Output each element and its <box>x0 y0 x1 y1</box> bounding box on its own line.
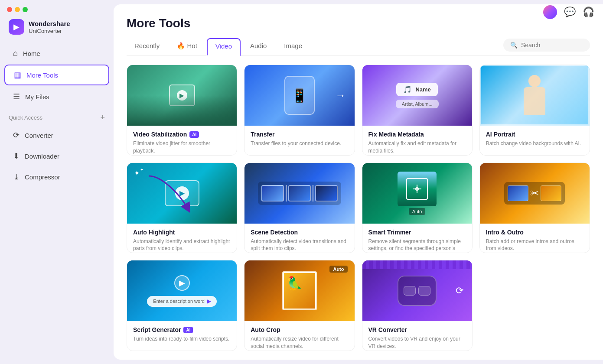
tool-card-script-generator[interactable]: ▶ Enter a description word ▶ Script Gene… <box>127 260 237 351</box>
tool-card-scene-detection[interactable]: Scene Detection Automatically detect vid… <box>244 162 355 254</box>
tool-card-transfer[interactable]: 📱 → Transfer Transfer files to your conn… <box>244 65 355 156</box>
tool-desc-transfer: Transfer files to your connected device. <box>251 140 348 147</box>
tool-desc-autohighlight: Automatically identify and extract highl… <box>133 238 231 253</box>
tool-title-trimmer: Smart Trimmer <box>368 229 466 236</box>
tool-desc-metadata: Automatically fix and edit metadata for … <box>368 140 466 155</box>
tab-hot[interactable]: 🔥 Hot <box>169 39 205 56</box>
sidebar-compressor-label: Compressor <box>25 173 60 181</box>
tab-recently[interactable]: Recently <box>127 39 167 55</box>
ai-badge-script: AI <box>183 327 193 333</box>
tool-body-metadata: Fix Media Metadata Automatically fix and… <box>362 126 472 156</box>
compressor-icon: ⤓ <box>13 172 20 182</box>
tool-image-crop: 🦜 Auto <box>244 260 354 321</box>
tool-title-transfer: Transfer <box>251 131 348 138</box>
downloader-icon: ⬇ <box>13 151 20 161</box>
tool-desc-scene: Automatically detect video transitions a… <box>251 238 348 253</box>
tool-title-scene: Scene Detection <box>251 229 348 236</box>
headset-icon[interactable]: 🎧 <box>583 6 594 18</box>
more-tools-icon: ▦ <box>14 70 21 80</box>
tool-body-scene: Scene Detection Automatically detect vid… <box>244 224 354 254</box>
tool-grid: ▶ Video Stabilization AI Eliminate video… <box>114 56 603 360</box>
tool-body-crop: Auto Crop Automatically resize video for… <box>244 321 354 351</box>
tool-title-portrait: AI Portrait <box>486 131 583 138</box>
my-files-icon: ☰ <box>13 92 20 101</box>
tool-title-intro: Intro & Outro <box>486 229 583 236</box>
tool-title-crop: Auto Crop <box>251 326 348 333</box>
search-icon: 🔍 <box>510 42 518 49</box>
quick-access-add-button[interactable]: + <box>100 113 105 122</box>
chat-icon[interactable]: 💬 <box>564 6 576 18</box>
tool-desc-trimmer: Remove silent segments through simple se… <box>368 238 466 254</box>
tool-title-vr: VR Converter <box>368 326 466 333</box>
tool-image-script: ▶ Enter a description word ▶ <box>127 260 237 321</box>
main-content: 💬 🎧 More Tools Recently 🔥 Hot Video Audi… <box>114 4 603 360</box>
tool-body-transfer: Transfer Transfer files to your connecte… <box>244 126 354 153</box>
tool-image-stabilization: ▶ <box>127 65 237 126</box>
maximize-button[interactable] <box>23 7 28 12</box>
tool-image-transfer: 📱 → <box>244 65 354 126</box>
close-button[interactable] <box>7 7 12 12</box>
tool-title-script: Script Generator AI <box>133 326 231 333</box>
tab-audio[interactable]: Audio <box>242 39 274 55</box>
tool-image-portrait <box>480 65 590 126</box>
user-avatar[interactable] <box>543 5 557 19</box>
sidebar-item-my-files[interactable]: ☰ My Files <box>4 87 109 106</box>
app-logo: ▶ Wondershare UniConverter <box>0 16 114 43</box>
sidebar-converter-label: Converter <box>25 132 53 139</box>
sidebar: ▶ Wondershare UniConverter ⌂ Home ▦ More… <box>0 0 114 364</box>
search-input[interactable] <box>521 42 582 49</box>
sidebar-item-downloader[interactable]: ⬇ Downloader <box>4 146 109 166</box>
tool-title-metadata: Fix Media Metadata <box>368 131 466 138</box>
sidebar-item-more-tools[interactable]: ▦ More Tools <box>4 65 109 85</box>
converter-icon: ⟳ <box>13 130 20 140</box>
sidebar-more-tools-label: More Tools <box>26 72 58 79</box>
tool-card-smart-trimmer[interactable]: Auto Smart Trimmer Remove silent segment… <box>362 162 473 254</box>
sidebar-home-label: Home <box>23 50 40 57</box>
tool-card-fix-media-metadata[interactable]: 🎵 Name Artist, Album... Fix Media Metada… <box>362 65 473 156</box>
tool-body-vr: VR Converter Convert videos to VR and en… <box>362 321 472 351</box>
tab-image[interactable]: Image <box>276 39 310 55</box>
tool-body-portrait: AI Portrait Batch change video backgroun… <box>480 126 590 153</box>
app-product: UniConverter <box>29 28 70 34</box>
tool-title-stabilization: Video Stabilization AI <box>133 131 231 138</box>
tabs-bar: Recently 🔥 Hot Video Audio Image 🔍 <box>127 38 590 56</box>
minimize-button[interactable] <box>15 7 20 12</box>
tool-body-trimmer: Smart Trimmer Remove silent segments thr… <box>362 224 472 254</box>
tool-card-vr-converter[interactable]: ⟳ VR Converter Convert videos to VR and … <box>362 260 473 351</box>
tool-desc-script: Turn ideas into ready-to-film video scri… <box>133 335 231 343</box>
tool-body-script: Script Generator AI Turn ideas into read… <box>127 321 237 349</box>
sidebar-item-compressor[interactable]: ⤓ Compressor <box>4 167 109 186</box>
sidebar-item-home[interactable]: ⌂ Home <box>4 44 109 63</box>
quick-access-label: Quick Access <box>9 114 42 121</box>
home-icon: ⌂ <box>13 49 18 58</box>
tool-body-stabilization: Video Stabilization AI Eliminate video j… <box>127 126 237 156</box>
tool-card-ai-portrait[interactable]: AI Portrait Batch change video backgroun… <box>479 65 590 156</box>
tool-image-trimmer: Auto <box>362 163 472 224</box>
tool-desc-crop: Automatically resize video for different… <box>251 335 348 350</box>
tool-card-intro-outro[interactable]: ✂ Intro & Outro Batch add or remove intr… <box>479 162 590 254</box>
tool-desc-stabilization: Eliminate video jitter for smoother play… <box>133 140 231 155</box>
tool-image-vr: ⟳ <box>362 260 472 321</box>
search-box[interactable]: 🔍 <box>503 39 590 52</box>
tool-desc-vr: Convert videos to VR and enjoy on your V… <box>368 335 466 350</box>
tool-card-auto-crop[interactable]: 🦜 Auto Auto Crop Automatically resize vi… <box>244 260 355 351</box>
tool-card-auto-highlight[interactable]: ✦ ✦ ▶ <box>127 162 237 254</box>
tool-card-video-stabilization[interactable]: ▶ Video Stabilization AI Eliminate video… <box>127 65 237 156</box>
sidebar-my-files-label: My Files <box>25 93 49 101</box>
main-header: More Tools Recently 🔥 Hot Video Audio Im… <box>114 4 603 56</box>
tool-image-scene <box>244 163 354 224</box>
tab-video[interactable]: Video <box>207 38 241 56</box>
logo-icon: ▶ <box>9 19 24 35</box>
tool-desc-intro: Batch add or remove intros and outros fr… <box>486 238 583 253</box>
tool-image-intro: ✂ <box>480 163 590 224</box>
topbar: 💬 🎧 <box>535 4 603 24</box>
tool-body-intro: Intro & Outro Batch add or remove intros… <box>480 224 590 254</box>
ai-badge-stabilization: AI <box>189 131 199 138</box>
app-name: Wondershare <box>29 20 70 28</box>
tool-image-metadata: 🎵 Name Artist, Album... <box>362 65 472 126</box>
sidebar-item-converter[interactable]: ⟳ Converter <box>4 126 109 145</box>
tool-body-autohighlight: Auto Highlight Automatically identify an… <box>127 224 237 254</box>
tool-title-autohighlight: Auto Highlight <box>133 229 231 236</box>
sidebar-downloader-label: Downloader <box>25 153 59 160</box>
quick-access-header: Quick Access + <box>0 107 114 125</box>
